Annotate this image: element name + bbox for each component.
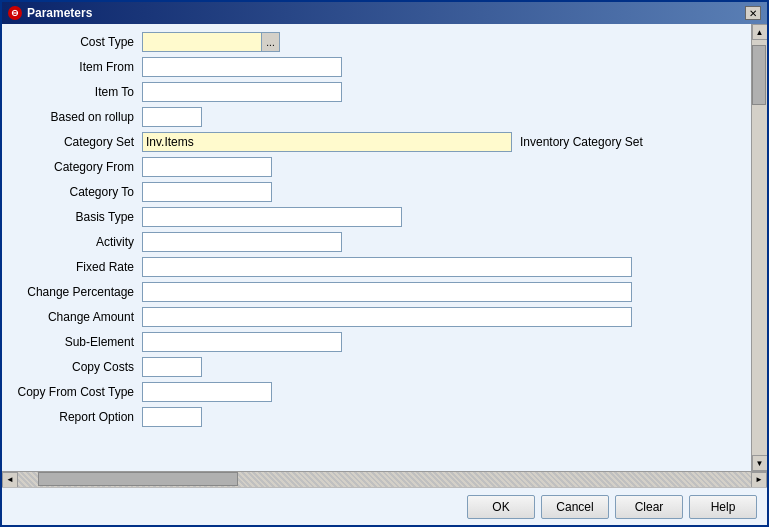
report-option-row: Report Option: [12, 407, 741, 427]
help-button[interactable]: Help: [689, 495, 757, 519]
window-title: Parameters: [27, 6, 92, 20]
button-bar: OK Cancel Clear Help: [2, 487, 767, 525]
cost-type-input[interactable]: [142, 32, 262, 52]
scroll-up-button[interactable]: ▲: [752, 24, 768, 40]
item-to-input[interactable]: [142, 82, 342, 102]
parameters-window: ⊖ Parameters ✕ Cost Type ... Item From: [0, 0, 769, 527]
sub-element-input[interactable]: [142, 332, 342, 352]
cost-type-row: Cost Type ...: [12, 32, 741, 52]
scroll-left-button[interactable]: ◄: [2, 472, 18, 488]
activity-label: Activity: [12, 235, 142, 249]
change-amount-row: Change Amount: [12, 307, 741, 327]
change-amount-label: Change Amount: [12, 310, 142, 324]
category-to-label: Category To: [12, 185, 142, 199]
close-button[interactable]: ✕: [745, 6, 761, 20]
scroll-down-button[interactable]: ▼: [752, 455, 768, 471]
basis-type-input[interactable]: [142, 207, 402, 227]
fixed-rate-input[interactable]: [142, 257, 632, 277]
copy-from-cost-type-row: Copy From Cost Type: [12, 382, 741, 402]
copy-from-cost-type-label: Copy From Cost Type: [12, 385, 142, 399]
category-set-input[interactable]: [142, 132, 512, 152]
category-set-group: Inventory Category Set: [142, 132, 643, 152]
window-icon: ⊖: [8, 6, 22, 20]
sub-element-label: Sub-Element: [12, 335, 142, 349]
item-to-label: Item To: [12, 85, 142, 99]
cost-type-ellipsis-button[interactable]: ...: [262, 32, 280, 52]
change-percentage-row: Change Percentage: [12, 282, 741, 302]
based-on-rollup-label: Based on rollup: [12, 110, 142, 124]
category-set-row: Category Set Inventory Category Set: [12, 132, 741, 152]
copy-costs-row: Copy Costs: [12, 357, 741, 377]
h-scroll-thumb[interactable]: [38, 472, 238, 486]
basis-type-row: Basis Type: [12, 207, 741, 227]
title-bar: ⊖ Parameters ✕: [2, 2, 767, 24]
category-from-input[interactable]: [142, 157, 272, 177]
item-to-row: Item To: [12, 82, 741, 102]
item-from-label: Item From: [12, 60, 142, 74]
item-from-input[interactable]: [142, 57, 342, 77]
scroll-right-button[interactable]: ►: [751, 472, 767, 488]
ok-button[interactable]: OK: [467, 495, 535, 519]
cancel-button[interactable]: Cancel: [541, 495, 609, 519]
title-bar-left: ⊖ Parameters: [8, 6, 92, 20]
copy-costs-label: Copy Costs: [12, 360, 142, 374]
cost-type-label: Cost Type: [12, 35, 142, 49]
category-set-right-label: Inventory Category Set: [520, 135, 643, 149]
based-on-rollup-row: Based on rollup: [12, 107, 741, 127]
horizontal-scrollbar[interactable]: ◄ ►: [2, 471, 767, 487]
item-from-row: Item From: [12, 57, 741, 77]
change-percentage-label: Change Percentage: [12, 285, 142, 299]
category-from-label: Category From: [12, 160, 142, 174]
change-amount-input[interactable]: [142, 307, 632, 327]
activity-row: Activity: [12, 232, 741, 252]
vertical-scrollbar[interactable]: ▲ ▼: [751, 24, 767, 471]
scroll-track[interactable]: [752, 40, 767, 455]
report-option-label: Report Option: [12, 410, 142, 424]
copy-costs-input[interactable]: [142, 357, 202, 377]
form-area: Cost Type ... Item From Item To Based on…: [2, 24, 751, 471]
change-percentage-input[interactable]: [142, 282, 632, 302]
fixed-rate-row: Fixed Rate: [12, 257, 741, 277]
category-from-row: Category From: [12, 157, 741, 177]
basis-type-label: Basis Type: [12, 210, 142, 224]
fixed-rate-label: Fixed Rate: [12, 260, 142, 274]
sub-element-row: Sub-Element: [12, 332, 741, 352]
cost-type-input-group: ...: [142, 32, 280, 52]
activity-input[interactable]: [142, 232, 342, 252]
category-to-input[interactable]: [142, 182, 272, 202]
h-scroll-track[interactable]: [18, 472, 751, 487]
category-set-label: Category Set: [12, 135, 142, 149]
content-area: Cost Type ... Item From Item To Based on…: [2, 24, 767, 471]
copy-from-cost-type-input[interactable]: [142, 382, 272, 402]
category-to-row: Category To: [12, 182, 741, 202]
clear-button[interactable]: Clear: [615, 495, 683, 519]
scroll-thumb[interactable]: [752, 45, 766, 105]
report-option-input[interactable]: [142, 407, 202, 427]
based-on-rollup-input[interactable]: [142, 107, 202, 127]
